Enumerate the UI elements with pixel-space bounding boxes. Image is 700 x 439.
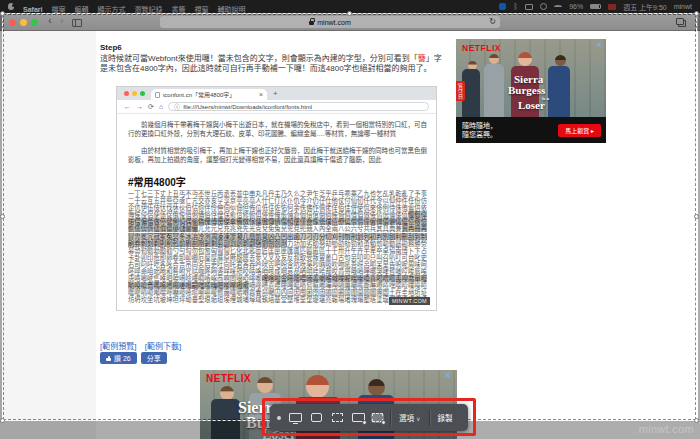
sidebar-netflix-ad[interactable]: Sierra Burgess is a Loser NETFLIX ✕ 9月7日… xyxy=(456,39,606,143)
facebook-share-button[interactable]: 分享 xyxy=(141,352,167,364)
tab-close-icon: × xyxy=(259,91,263,98)
example-links: [範例預覽] [範例下載] xyxy=(100,340,181,351)
share-label: 分享 xyxy=(147,353,161,363)
back-button[interactable]: ‹ xyxy=(44,15,56,26)
embed-watermark: MINWT.COM xyxy=(389,297,430,305)
chrome-tab-strip: iconfont.cn「常用4800字」 × + xyxy=(117,87,436,100)
selection-handle[interactable] xyxy=(0,418,5,423)
toolbar-drag-handle[interactable] xyxy=(277,416,281,420)
chrome-reload-icon: ⟳ xyxy=(148,103,154,111)
chevron-down-icon: ∨ xyxy=(416,416,420,422)
forward-button[interactable]: › xyxy=(56,15,68,26)
ad-close-icon[interactable]: ✕ xyxy=(444,371,451,380)
sample-paragraph-2: 由於材質相當的吸引梅干，再加上梅干嫂也正好欠唇膏，因此梅干就送給梅干嫂的同時也可… xyxy=(128,146,427,164)
ad-cta-button[interactable]: 馬上觀賞 ▸ xyxy=(558,124,601,137)
ad-person-head xyxy=(555,55,566,66)
time-machine-icon[interactable] xyxy=(540,3,547,10)
input-source-flag-icon[interactable] xyxy=(608,4,616,10)
ad-person-head xyxy=(220,386,234,400)
ad-title-line: Burgess xyxy=(508,84,545,96)
bluetooth-icon[interactable]: ᛒ xyxy=(513,3,518,10)
ad-person-head xyxy=(257,377,273,393)
chrome-back-icon: ← xyxy=(124,103,131,110)
chrome-close-button xyxy=(124,91,129,96)
chrome-tab: iconfont.cn「常用4800字」 × xyxy=(151,89,267,100)
chrome-home-icon: ⌂ xyxy=(159,103,163,110)
thumbs-up-icon xyxy=(106,356,111,361)
capture-entire-screen-icon[interactable] xyxy=(289,413,302,423)
example-download-link[interactable]: [範例下載] xyxy=(145,342,181,351)
window-minimize-button[interactable] xyxy=(20,19,27,26)
battery-icon[interactable] xyxy=(590,4,601,9)
ad-person-head xyxy=(489,54,499,64)
web-page: Step6 這時候就可當Webfont來使用囉！當未包含的文字，則會顯示為內建的… xyxy=(0,31,700,439)
embedded-screenshot: iconfont.cn「常用4800字」 × + ← → ⟳ ⌂ ⓘ file:… xyxy=(116,86,437,311)
battery-percent: 96% xyxy=(569,3,583,10)
capture-window-icon[interactable] xyxy=(310,413,323,423)
sidebar-toggle-icon[interactable] xyxy=(72,19,82,27)
ad-close-icon[interactable]: ✕ xyxy=(596,41,602,49)
ad-tagline-2: 隨您高興。 xyxy=(462,130,497,139)
menubar-clock[interactable]: 週五 上午9:50 xyxy=(623,2,667,12)
menu-6[interactable]: 視窗 xyxy=(194,6,208,13)
ad-person-body xyxy=(211,399,240,439)
like-label: 讚 26 xyxy=(114,353,131,363)
capture-selection-icon[interactable] xyxy=(331,413,344,423)
chrome-page-body: 前幾個月梅干帶著梅干嫂與小梅干出遊日本，就在機場的免稅店中，看到一個相當特別的口… xyxy=(117,114,436,310)
menubar-username[interactable]: minwt xyxy=(674,3,692,10)
charset-heading: #常用4800字 xyxy=(128,174,186,189)
menu-0[interactable]: Safari xyxy=(23,6,42,13)
ad-person-head xyxy=(518,52,532,66)
menu-1[interactable]: 檔案 xyxy=(51,6,65,13)
new-tab-icon: + xyxy=(273,89,278,98)
tab-overview-icon[interactable] xyxy=(676,18,684,25)
highlighted-missing-char: 簪 xyxy=(418,54,426,63)
article-paragraph: 這時候就可當Webfont來使用囉！當未包含的文字，則會顯示為內建的字型，分別可… xyxy=(100,54,442,74)
selection-handle[interactable] xyxy=(347,11,352,16)
selection-handle[interactable] xyxy=(694,418,699,423)
example-preview-link[interactable]: [範例預覽] xyxy=(100,342,136,351)
page-info-icon: ⓘ xyxy=(174,102,180,111)
toolbar-divider xyxy=(390,410,391,426)
messages-status-icon[interactable] xyxy=(499,3,506,10)
selection-handle[interactable] xyxy=(0,11,5,16)
wifi-icon[interactable] xyxy=(554,5,562,9)
address-url: minwt.com xyxy=(317,19,350,26)
record-selection-icon[interactable] xyxy=(371,413,384,423)
menu-5[interactable]: 書籤 xyxy=(171,6,185,13)
ad-person-head xyxy=(306,375,329,398)
facebook-like-button[interactable]: 讚 26 xyxy=(100,352,137,364)
sample-paragraph-1: 前幾個月梅干帶著梅干嫂與小梅干出遊日本，就在機場的免稅店中，看到一個相當特別的口… xyxy=(128,120,427,138)
address-bar[interactable]: minwt.com ↻ xyxy=(160,16,500,28)
window-zoom-button[interactable] xyxy=(31,19,38,26)
netflix-logo: NETFLIX xyxy=(462,43,501,53)
selection-handle[interactable] xyxy=(0,214,5,219)
site-watermark: minwt.com xyxy=(639,423,694,435)
ad-bottom-bar: 隨時隨地， 隨您高興。 馬上觀賞 ▸ xyxy=(456,117,606,143)
selection-handle[interactable] xyxy=(694,214,699,219)
char-run: 一丁七三下丈上丑丐不丏丕世丘丙丞丟並中串丸凡丹主乃久么之尹乍乏乎乒乓乖乘乙九也乞… xyxy=(128,190,427,218)
menu-2[interactable]: 編輯 xyxy=(74,6,88,13)
ad-tagline-1: 隨時隨地， xyxy=(462,121,497,130)
reload-icon[interactable]: ↻ xyxy=(489,17,496,26)
display-icon[interactable] xyxy=(525,4,533,10)
char-run: 兀允元兄充兆兇先光克兌免兔兒兕兗兜兢入內全兩八公六兮共兵其具典兼 xyxy=(198,225,402,232)
facebook-button-row: 讚 26 分享 xyxy=(100,352,167,364)
apple-menu-icon[interactable] xyxy=(8,3,14,10)
record-button[interactable]: 錄製 xyxy=(438,412,453,423)
toolbar-divider xyxy=(429,410,430,426)
menu-3[interactable]: 顯示方式 xyxy=(97,6,125,13)
ad-person-body xyxy=(484,64,504,117)
character-grid: 一丁七三下丈上丑丐不丏丕世丘丙丞丟並中串丸凡丹主乃久么之尹乍乏乎乒乓乖乘乙九也乞… xyxy=(128,190,427,304)
window-close-button[interactable] xyxy=(9,19,16,26)
menu-7[interactable]: 輔助說明 xyxy=(217,6,245,13)
tab-favicon xyxy=(155,92,160,98)
chrome-minimize-button xyxy=(132,91,137,96)
chrome-zoom-button xyxy=(140,91,145,96)
options-button[interactable]: 選項 ∨ xyxy=(399,412,421,423)
ad-person-body xyxy=(548,66,570,117)
record-entire-screen-icon[interactable] xyxy=(352,413,365,423)
menu-4[interactable]: 瀏覽記錄 xyxy=(134,6,162,13)
selection-handle[interactable] xyxy=(694,11,699,16)
menu-items: Safari檔案編輯顯示方式瀏覽記錄書籤視窗輔助說明 xyxy=(23,0,254,16)
